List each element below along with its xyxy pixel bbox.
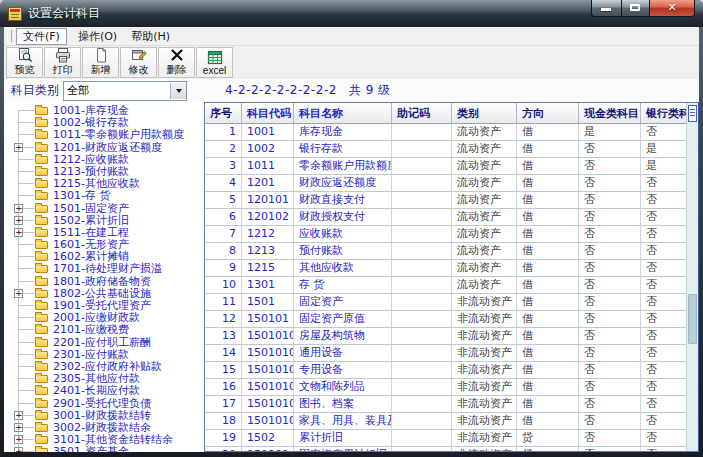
print-button[interactable]: 打印 [44,47,81,78]
header-code[interactable]: 科目代码 [242,103,294,123]
minimize-button[interactable] [591,0,622,17]
table-row[interactable]: 71212应收账款流动资产借否否 [205,226,686,243]
table-cell: 借 [517,243,579,259]
table-row[interactable]: 1815010106家具、用具、装具及动非流动资产借否否 [205,413,686,430]
table-row[interactable]: 11001库存现金流动资产借是否 [205,124,686,141]
tree-connector [18,134,34,135]
table-cell: 否 [641,124,686,140]
expand-icon[interactable]: + [14,435,23,444]
table-cell: 1501 [242,294,294,310]
table-row[interactable]: 91215其他应收款流动资产借否否 [205,260,686,277]
menu-help[interactable]: 帮助(H) [124,28,177,45]
expand-icon[interactable]: + [14,143,23,152]
expand-icon[interactable]: + [14,411,23,420]
title-bar[interactable]: 设置会计科目 ✕ [0,0,703,27]
preview-button[interactable]: 预览 [6,47,43,78]
table-row[interactable]: 1415010102通用设备非流动资产借否否 [205,345,686,362]
table-row[interactable]: 12150101固定资产原值非流动资产借否否 [205,311,686,328]
table-cell: 否 [579,226,641,242]
table-cell: 否 [579,430,641,446]
tree-item-label: 3101-其他资金结转结余 [53,434,173,446]
table-cell: 银行存款 [294,141,392,157]
tree-item[interactable]: +1201-财政应返还额度 [4,142,204,154]
tree-item[interactable]: 1301-存 货 [4,190,204,202]
table-cell: 财政直接支付 [294,192,392,208]
excel-button[interactable]: excel [196,47,233,78]
table-row[interactable]: 20150201固定资产累计折旧非流动资产贷否否 [205,447,686,451]
table-cell: 贷 [517,447,579,451]
scrollbar-thumb[interactable] [688,294,697,344]
folder-icon [35,156,48,164]
category-combobox[interactable]: 全部 [63,81,187,101]
menu-operation[interactable]: 操作(O) [71,28,124,45]
table-cell: 非流动资产 [452,345,517,361]
chevron-down-icon[interactable] [170,83,186,99]
tree-item-label: 1801-政府储备物资 [53,276,151,288]
table-cell: 非流动资产 [452,311,517,327]
expand-icon[interactable]: + [14,447,23,452]
table-row[interactable]: 111501固定资产非流动资产借否否 [205,294,686,311]
table-cell: 否 [579,311,641,327]
table-row[interactable]: 21002银行存款流动资产借否是 [205,141,686,158]
maximize-button[interactable] [622,0,650,17]
tree-item[interactable]: 1701-待处理财产损溢 [4,263,204,275]
table-cell [392,175,452,191]
tree-item-label: 1011-零余额账户用款额度 [53,129,184,141]
table-cell: 3 [205,158,242,174]
header-category[interactable]: 类别 [452,103,517,123]
toolbar: 预览 打印 新增 修改 删除 excel [4,46,699,79]
expand-icon[interactable]: + [14,228,23,237]
tree-item[interactable]: +1501-固定资产 [4,203,204,215]
table-cell: 零余额账户用款额度 [294,158,392,174]
table-row[interactable]: 1715010105图书、档案非流动资产借否否 [205,396,686,413]
table-row[interactable]: 1615010104文物和陈列品非流动资产借否否 [205,379,686,396]
table-row[interactable]: 6120102财政授权支付流动资产借否否 [205,209,686,226]
header-seq[interactable]: 序号 [205,103,242,123]
header-direction[interactable]: 方向 [517,103,579,123]
delete-button[interactable]: 删除 [158,47,195,78]
expand-icon[interactable]: + [14,423,23,432]
table-cell: 流动资产 [452,209,517,225]
table-cell: 借 [517,141,579,157]
tree-item[interactable]: 1801-政府储备物资 [4,276,204,288]
tree-item[interactable]: +3501-资产基金 [4,446,204,452]
table-cell: 流动资产 [452,175,517,191]
expand-icon[interactable]: + [14,204,23,213]
menu-file[interactable]: 文件(F) [16,28,67,45]
table-cell: 1301 [242,277,294,293]
table-cell [392,447,452,451]
tree-item-label: 2201-应付职工薪酬 [53,337,151,349]
table-cell: 19 [205,430,242,446]
table-cell: 否 [641,294,686,310]
tree-item[interactable]: 2401-长期应付款 [4,385,204,397]
grid-options-button[interactable] [688,105,697,122]
table-header-row: 序号 科目代码 科目名称 助记码 类别 方向 现金类科目 银行类科目 [205,103,686,124]
table-row[interactable]: 31011零余额账户用款额度流动资产借否是 [205,158,686,175]
folder-icon [35,253,48,261]
table-cell: 10 [205,277,242,293]
tree-item[interactable]: 1011-零余额账户用款额度 [4,129,204,141]
table-row[interactable]: 1515010103专用设备非流动资产借否否 [205,362,686,379]
header-mnemonic[interactable]: 助记码 [392,103,452,123]
tree-item[interactable]: 2201-应付职工薪酬 [4,337,204,349]
modify-button[interactable]: 修改 [120,47,157,78]
expand-icon[interactable]: + [14,289,23,298]
header-bank-type[interactable]: 银行类科目 [641,103,686,123]
table-row[interactable]: 5120101财政直接支付流动资产借否否 [205,192,686,209]
folder-icon [35,217,48,225]
tree-item[interactable]: 2101-应缴税费 [4,324,204,336]
table-row[interactable]: 191502累计折旧非流动资产贷否否 [205,430,686,447]
vertical-scrollbar[interactable] [686,103,698,451]
table-row[interactable]: 101301存 货流动资产借否否 [205,277,686,294]
table-row[interactable]: 81213预付账款流动资产借否否 [205,243,686,260]
subject-table-body: 11001库存现金流动资产借是否21002银行存款流动资产借否是31011零余额… [205,124,686,451]
header-cash-type[interactable]: 现金类科目 [579,103,641,123]
table-row[interactable]: 41201财政应返还额度流动资产借否否 [205,175,686,192]
new-button[interactable]: 新增 [82,47,119,78]
table-row[interactable]: 1315010101房屋及构筑物非流动资产借否否 [205,328,686,345]
header-name[interactable]: 科目名称 [294,103,392,123]
close-button[interactable]: ✕ [650,0,695,17]
tree-item[interactable]: 2901-受托代理负债 [4,398,204,410]
expand-icon[interactable]: + [14,216,23,225]
table-cell [392,209,452,225]
